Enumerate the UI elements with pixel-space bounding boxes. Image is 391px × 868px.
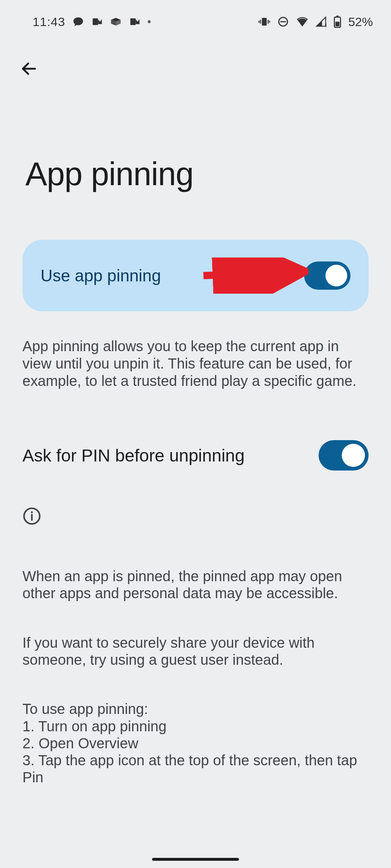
battery-icon: [334, 16, 341, 28]
outlook-icon-2: [129, 16, 140, 27]
toggle-knob: [325, 265, 347, 286]
info-text: When an app is pinned, the pinned app ma…: [22, 551, 369, 803]
more-notifications-dot: [148, 20, 151, 23]
vibrate-icon: [258, 16, 270, 27]
svg-rect-13: [269, 21, 270, 22]
svg-rect-21: [335, 22, 339, 26]
content: Use app pinning App pinning allows you t…: [0, 240, 391, 803]
do-not-disturb-icon: [277, 16, 289, 27]
outlook-icon: [91, 16, 103, 27]
gesture-nav-bar[interactable]: [152, 858, 239, 861]
app-pinning-description: App pinning allows you to keep the curre…: [22, 337, 369, 390]
cellular-icon: !: [316, 16, 327, 27]
svg-text:!: !: [325, 23, 327, 27]
svg-rect-10: [260, 20, 261, 24]
status-bar: 11:43 ! 52%: [0, 0, 391, 33]
battery-percentage: 52%: [348, 15, 373, 29]
ask-pin-toggle[interactable]: [319, 440, 369, 471]
info-icon: [22, 507, 369, 526]
svg-rect-11: [268, 20, 269, 24]
svg-rect-0: [93, 18, 98, 25]
use-app-pinning-row[interactable]: Use app pinning: [22, 240, 369, 311]
ask-pin-row[interactable]: Ask for PIN before unpinning: [22, 440, 369, 471]
chat-bubble-icon: [72, 16, 84, 27]
header: App pinning: [0, 33, 391, 211]
info-paragraph-2: If you want to securely share your devic…: [22, 634, 369, 668]
wifi-icon: [296, 16, 308, 28]
back-button[interactable]: [14, 54, 43, 83]
info-paragraph-1: When an app is pinned, the pinned app ma…: [22, 568, 369, 602]
status-left: 11:43: [33, 15, 151, 29]
svg-rect-20: [336, 16, 339, 17]
svg-line-24: [203, 272, 292, 276]
status-time: 11:43: [33, 15, 65, 29]
status-right: ! 52%: [258, 15, 373, 29]
annotation-arrow: [200, 258, 308, 294]
use-app-pinning-label: Use app pinning: [41, 266, 161, 285]
info-paragraph-3: To use app pinning: 1. Turn on app pinni…: [22, 701, 369, 786]
ask-pin-label: Ask for PIN before unpinning: [22, 446, 245, 465]
page-title: App pinning: [14, 83, 377, 207]
svg-rect-6: [130, 18, 136, 25]
svg-marker-17: [316, 21, 322, 26]
use-app-pinning-toggle[interactable]: [304, 261, 350, 290]
svg-rect-9: [262, 18, 266, 25]
svg-rect-12: [258, 21, 260, 22]
box-icon: [110, 16, 122, 27]
svg-point-27: [31, 511, 33, 513]
arrow-left-icon: [20, 60, 38, 78]
toggle-knob: [342, 444, 365, 467]
